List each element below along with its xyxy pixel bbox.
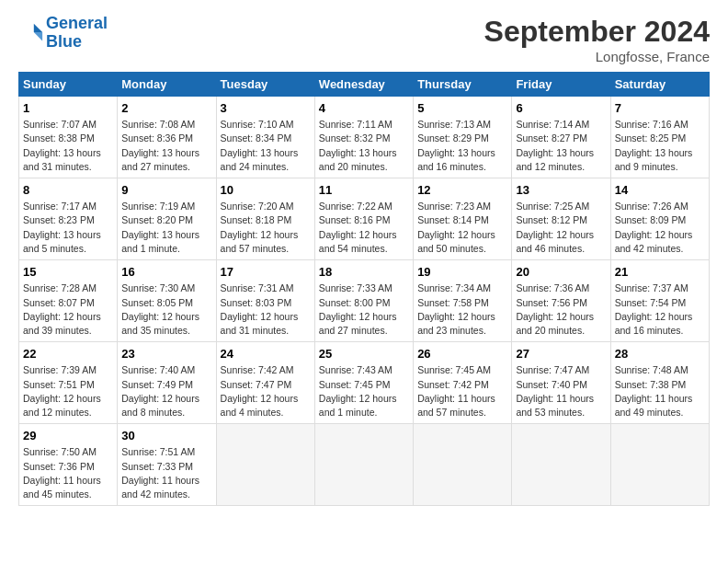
day-info-line: and 9 minutes.: [615, 160, 705, 174]
day-info-line: Daylight: 12 hours: [221, 310, 311, 324]
calendar-cell: 4Sunrise: 7:11 AMSunset: 8:32 PMDaylight…: [314, 97, 413, 178]
col-tuesday: Tuesday: [216, 73, 314, 97]
day-info-line: and 46 minutes.: [516, 242, 606, 256]
day-info-line: Sunrise: 7:19 AM: [121, 200, 211, 213]
day-info-line: Sunset: 7:58 PM: [417, 296, 507, 310]
day-info-line: Daylight: 12 hours: [319, 310, 409, 324]
day-info-line: Daylight: 12 hours: [23, 392, 113, 406]
day-number: 11: [319, 182, 409, 199]
day-info-line: Daylight: 12 hours: [615, 310, 705, 324]
day-info-line: Daylight: 11 hours: [516, 392, 606, 406]
day-info-line: Sunrise: 7:07 AM: [23, 118, 113, 132]
day-number: 22: [23, 346, 113, 362]
day-info-line: Daylight: 11 hours: [615, 392, 705, 406]
day-info-line: Sunrise: 7:13 AM: [417, 118, 507, 132]
day-info-line: Daylight: 11 hours: [417, 392, 507, 406]
day-number: 24: [221, 346, 311, 362]
day-number: 12: [417, 182, 507, 199]
day-info-line: Sunset: 8:00 PM: [319, 296, 409, 310]
day-info-line: and 35 minutes.: [121, 324, 211, 338]
calendar-cell: 22Sunrise: 7:39 AMSunset: 7:51 PMDayligh…: [19, 342, 118, 424]
day-info-line: Sunset: 8:34 PM: [221, 132, 311, 145]
day-info-line: Sunrise: 7:31 AM: [221, 282, 311, 295]
day-info-line: Sunrise: 7:45 AM: [417, 363, 507, 377]
day-info-line: Daylight: 12 hours: [417, 228, 507, 242]
calendar-table: Sunday Monday Tuesday Wednesday Thursday…: [18, 72, 710, 506]
day-info-line: Sunset: 7:47 PM: [221, 378, 311, 392]
day-info-line: Daylight: 12 hours: [121, 392, 211, 406]
day-info-line: Sunset: 8:03 PM: [221, 296, 311, 310]
day-info-line: Sunrise: 7:17 AM: [23, 200, 113, 213]
day-info-line: Sunset: 7:54 PM: [615, 296, 705, 310]
day-number: 1: [23, 100, 113, 117]
day-info-line: Sunrise: 7:20 AM: [221, 200, 311, 213]
day-info-line: Sunrise: 7:43 AM: [319, 363, 409, 377]
day-info-line: Sunset: 7:36 PM: [23, 460, 113, 474]
day-info-line: and 16 minutes.: [615, 324, 705, 338]
day-info-line: and 31 minutes.: [23, 160, 113, 174]
day-info-line: and 57 minutes.: [417, 406, 507, 419]
calendar-cell: 24Sunrise: 7:42 AMSunset: 7:47 PMDayligh…: [216, 342, 314, 424]
day-info-line: and 49 minutes.: [615, 406, 705, 419]
day-info-line: and 1 minute.: [121, 242, 211, 256]
day-info-line: Sunrise: 7:28 AM: [23, 282, 113, 295]
calendar-row: 1Sunrise: 7:07 AMSunset: 8:38 PMDaylight…: [19, 97, 710, 178]
day-number: 6: [516, 100, 606, 117]
day-info-line: Sunset: 8:20 PM: [121, 213, 211, 227]
day-number: 13: [516, 182, 606, 199]
day-info-line: Sunset: 7:51 PM: [23, 378, 113, 392]
day-info-line: Sunset: 8:16 PM: [319, 213, 409, 227]
day-info-line: and 39 minutes.: [23, 324, 113, 338]
day-info-line: Sunset: 8:05 PM: [121, 296, 211, 310]
calendar-cell: 17Sunrise: 7:31 AMSunset: 8:03 PMDayligh…: [216, 260, 314, 342]
day-number: 15: [23, 264, 113, 281]
day-info-line: Sunrise: 7:40 AM: [121, 363, 211, 377]
day-info-line: Sunset: 8:07 PM: [23, 296, 113, 310]
day-number: 20: [516, 264, 606, 281]
day-info-line: Sunset: 7:45 PM: [319, 378, 409, 392]
calendar-cell: 11Sunrise: 7:22 AMSunset: 8:16 PMDayligh…: [314, 178, 413, 260]
svg-marker-0: [34, 24, 42, 32]
day-info-line: Sunrise: 7:10 AM: [221, 118, 311, 132]
day-number: 23: [121, 346, 211, 362]
calendar-cell: 9Sunrise: 7:19 AMSunset: 8:20 PMDaylight…: [118, 178, 216, 260]
calendar-cell: 13Sunrise: 7:25 AMSunset: 8:12 PMDayligh…: [512, 178, 610, 260]
day-info-line: Daylight: 12 hours: [516, 310, 606, 324]
day-number: 29: [23, 428, 113, 444]
day-info-line: Daylight: 13 hours: [516, 146, 606, 160]
day-info-line: and 8 minutes.: [121, 406, 211, 419]
day-info-line: Sunrise: 7:50 AM: [23, 445, 113, 459]
day-number: 7: [615, 100, 705, 117]
day-info-line: Daylight: 12 hours: [319, 228, 409, 242]
day-info-line: Sunrise: 7:33 AM: [319, 282, 409, 295]
day-info-line: Sunset: 8:12 PM: [516, 213, 606, 227]
day-info-line: Sunset: 8:36 PM: [121, 132, 211, 145]
day-info-line: Sunrise: 7:25 AM: [516, 200, 606, 213]
day-number: 27: [516, 346, 606, 362]
calendar-cell: 25Sunrise: 7:43 AMSunset: 7:45 PMDayligh…: [314, 342, 413, 424]
col-wednesday: Wednesday: [314, 73, 413, 97]
day-info-line: Daylight: 12 hours: [221, 392, 311, 406]
day-info-line: and 42 minutes.: [615, 242, 705, 256]
calendar-cell: 10Sunrise: 7:20 AMSunset: 8:18 PMDayligh…: [216, 178, 314, 260]
logo-icon: [18, 20, 44, 46]
day-info-line: and 4 minutes.: [221, 406, 311, 419]
calendar-cell: 29Sunrise: 7:50 AMSunset: 7:36 PMDayligh…: [19, 424, 118, 506]
day-info-line: Sunrise: 7:47 AM: [516, 363, 606, 377]
day-info-line: and 42 minutes.: [121, 488, 211, 501]
day-info-line: Daylight: 13 hours: [23, 228, 113, 242]
title-block: September 2024 Longfosse, France: [484, 15, 710, 64]
col-sunday: Sunday: [19, 73, 118, 97]
empty-cell: [216, 424, 314, 506]
day-info-line: Daylight: 13 hours: [121, 146, 211, 160]
day-info-line: Sunrise: 7:22 AM: [319, 200, 409, 213]
day-info-line: Daylight: 12 hours: [319, 392, 409, 406]
day-info-line: Sunset: 7:56 PM: [516, 296, 606, 310]
logo-text: General Blue: [46, 15, 108, 52]
day-number: 19: [417, 264, 507, 281]
day-info-line: Daylight: 13 hours: [121, 228, 211, 242]
day-info-line: Sunrise: 7:23 AM: [417, 200, 507, 213]
calendar-cell: 5Sunrise: 7:13 AMSunset: 8:29 PMDaylight…: [414, 97, 512, 178]
col-friday: Friday: [512, 73, 610, 97]
day-info-line: Sunset: 8:38 PM: [23, 132, 113, 145]
